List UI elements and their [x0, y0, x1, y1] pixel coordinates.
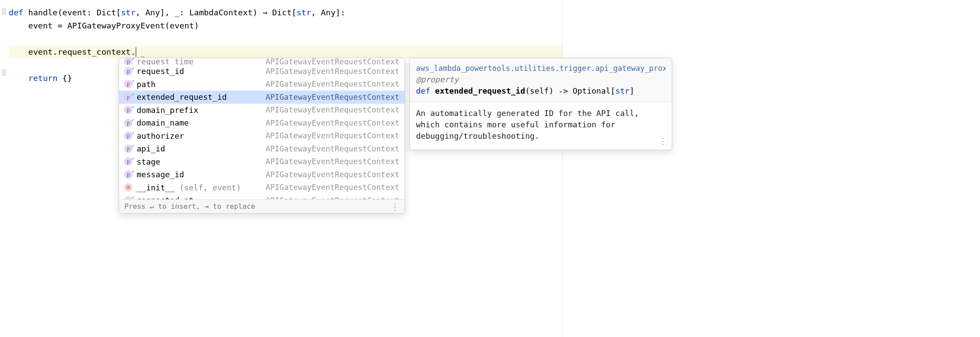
code-text: Dict[ — [267, 8, 296, 17]
code-text: , Any], _: LambdaContext) — [136, 8, 263, 17]
property-icon: p➚ — [124, 119, 132, 127]
completion-item[interactable]: p➚request_idAPIGatewayEventRequestContex… — [119, 65, 405, 78]
completion-item[interactable]: p➚extended_request_idAPIGatewayEventRequ… — [119, 91, 405, 104]
completion-item[interactable]: p➚stageAPIGatewayEventRequestContext — [119, 155, 405, 168]
property-icon: p➚ — [124, 158, 132, 165]
doc-params: (self) -> Optional[ — [525, 86, 615, 95]
method-icon: m — [124, 183, 132, 191]
completion-item-params: (self, event) — [175, 183, 241, 192]
more-actions-icon[interactable]: ⋮ — [659, 136, 667, 146]
completion-item-type: APIGatewayEventRequestContext — [265, 170, 399, 179]
completion-item-type: APIGatewayEventRequestContext — [265, 80, 399, 88]
arrow-icon: ➚ — [132, 58, 134, 61]
builtin-str: str — [615, 86, 630, 95]
autocomplete-list[interactable]: p➚request_timeAPIGatewayEventRequestCont… — [119, 58, 405, 199]
doc-description: An automatically generated ID for the AP… — [416, 109, 639, 140]
completion-item-name: extended_request_id — [137, 92, 227, 102]
doc-params-close: ] — [630, 86, 635, 95]
doc-fn-name: extended_request_id — [435, 86, 525, 95]
property-icon: p➚ — [124, 106, 132, 114]
indent — [9, 21, 28, 30]
function-name: handle — [28, 8, 58, 17]
completion-item-type: APIGatewayEventRequestContext — [265, 183, 399, 192]
code-line-2[interactable]: event = APIGatewayProxyEvent(event) — [9, 19, 562, 32]
code-text: event.request_context. — [28, 47, 136, 56]
completion-item-name: message_id — [137, 170, 184, 179]
keyword-def: def — [416, 86, 435, 95]
code-line-4-active[interactable]: event.request_context. — [9, 46, 562, 59]
completion-item[interactable]: p➚authorizerAPIGatewayEventRequestContex… — [119, 130, 405, 143]
keyword-return: return — [28, 74, 63, 83]
code-line-3-blank[interactable] — [9, 32, 562, 46]
completion-item-name: request_id — [137, 67, 184, 76]
gutter-fold-marker[interactable] — [2, 69, 6, 76]
property-icon: p➚ — [124, 197, 132, 199]
code-text: (event: Dict[ — [57, 8, 121, 17]
property-icon: p➚ — [124, 58, 132, 65]
builtin-str: str — [121, 8, 135, 17]
completion-item[interactable]: p➚pathAPIGatewayEventRequestContext — [119, 78, 405, 91]
more-actions-icon[interactable]: ⋮ — [391, 204, 399, 209]
completion-item-name: path — [137, 80, 155, 89]
completion-item[interactable]: p➚connected_atAPIGatewayEventRequestCont… — [119, 194, 405, 199]
completion-item-type: APIGatewayEventRequestContext — [265, 196, 399, 199]
completion-item-name: domain_name — [137, 118, 189, 127]
completion-item[interactable]: p➚domain_prefixAPIGatewayEventRequestCon… — [119, 104, 405, 117]
arrow: → — [262, 8, 267, 17]
completion-item-type: APIGatewayEventRequestContext — [265, 93, 399, 102]
completion-item-type: APIGatewayEventRequestContext — [265, 131, 399, 140]
error-underline — [141, 56, 145, 57]
completion-item-name: api_id — [137, 144, 165, 153]
arrow-icon: ➚ — [132, 157, 134, 161]
code-text: , Any]: — [311, 8, 345, 17]
arrow-icon: ➚ — [132, 79, 134, 84]
completion-item-name: stage — [137, 157, 160, 166]
completion-item-type: APIGatewayEventRequestContext — [265, 119, 399, 127]
code-text: {} — [63, 74, 72, 83]
arrow-icon: ➚ — [132, 67, 134, 71]
doc-module-path[interactable]: aws_lambda_powertools.utilities.trigger.… — [416, 63, 666, 74]
indent — [9, 74, 28, 83]
arrow-icon: ➚ — [132, 196, 134, 199]
arrow-icon: ➚ — [132, 105, 134, 109]
property-icon: p➚ — [124, 93, 132, 101]
doc-signature: def extended_request_id(self) -> Optiona… — [416, 85, 666, 97]
arrow-icon: ➚ — [132, 131, 134, 135]
completion-item-name: domain_prefix — [137, 105, 198, 115]
completion-item-name: __init__ — [137, 183, 175, 192]
doc-header: aws_lambda_powertools.utilities.trigger.… — [410, 58, 672, 102]
code-text: event = APIGatewayProxyEvent(event) — [28, 21, 199, 30]
completion-item-name: authorizer — [137, 131, 184, 140]
builtin-str: str — [296, 8, 311, 17]
completion-item-type: APIGatewayEventRequestContext — [265, 105, 399, 114]
completion-item-type: APIGatewayEventRequestContext — [265, 157, 399, 166]
property-icon: p➚ — [124, 171, 132, 179]
completion-item[interactable]: p➚api_idAPIGatewayEventRequestContext — [119, 142, 405, 155]
indent — [9, 47, 28, 56]
completion-item[interactable]: p➚domain_nameAPIGatewayEventRequestConte… — [119, 116, 405, 130]
completion-item-partial[interactable]: p➚request_timeAPIGatewayEventRequestCont… — [119, 58, 405, 65]
property-icon: p➚ — [124, 67, 132, 75]
doc-decorator: @property — [416, 74, 666, 85]
autocomplete-popup: p➚request_timeAPIGatewayEventRequestCont… — [119, 58, 405, 214]
completion-item[interactable]: p➚message_idAPIGatewayEventRequestContex… — [119, 168, 405, 181]
completion-item-name: connected_at — [137, 196, 194, 199]
keyword-def: def — [9, 8, 28, 17]
completion-item[interactable]: m__init__ (self, event)APIGatewayEventRe… — [119, 181, 405, 194]
text-caret — [136, 47, 136, 57]
completion-item-type: APIGatewayEventRequestContext — [265, 67, 399, 76]
doc-body: An automatically generated ID for the AP… — [410, 102, 672, 150]
autocomplete-footer: Press ↵ to insert, ⇥ to replace ⋮ — [119, 199, 405, 213]
completion-item-name: request_time — [137, 58, 194, 65]
documentation-popup: aws_lambda_powertools.utilities.trigger.… — [409, 58, 672, 150]
property-icon: p➚ — [124, 80, 132, 88]
arrow-icon: ➚ — [132, 92, 134, 97]
doc-module-link[interactable]: aws_lambda_powertools.utilities.trigger.… — [416, 64, 666, 73]
completion-item-type: APIGatewayEventRequestContext — [265, 144, 399, 153]
property-icon: p➚ — [124, 145, 132, 153]
arrow-icon: ➚ — [132, 144, 134, 148]
autocomplete-hint: Press ↵ to insert, ⇥ to replace — [124, 202, 255, 211]
code-line-1[interactable]: def handle(event: Dict[str, Any], _: Lam… — [9, 6, 562, 19]
arrow-icon: ➚ — [132, 118, 134, 123]
gutter-fold-marker[interactable] — [2, 8, 6, 15]
